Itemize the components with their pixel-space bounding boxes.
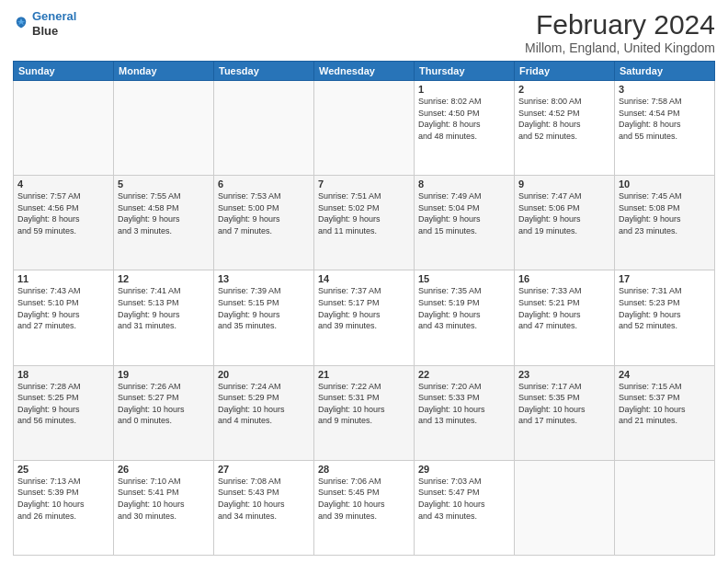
cell-week3-day3: 14Sunrise: 7:37 AM Sunset: 5:17 PM Dayli… [314,270,415,365]
col-tuesday: Tuesday [214,62,314,81]
col-thursday: Thursday [415,62,515,81]
week-row-1: 1Sunrise: 8:02 AM Sunset: 4:50 PM Daylig… [14,81,715,176]
logo-text: General Blue [32,9,76,38]
day-info: Sunrise: 7:39 AM Sunset: 5:15 PM Dayligh… [218,285,310,331]
day-number: 4 [17,178,109,190]
day-info: Sunrise: 7:26 AM Sunset: 5:27 PM Dayligh… [118,381,210,427]
day-info: Sunrise: 7:51 AM Sunset: 5:02 PM Dayligh… [318,190,410,236]
day-number: 20 [218,369,310,380]
day-info: Sunrise: 7:17 AM Sunset: 5:35 PM Dayligh… [518,381,610,427]
cell-week5-day2: 27Sunrise: 7:08 AM Sunset: 5:43 PM Dayli… [214,460,314,555]
day-number: 17 [619,273,711,284]
day-number: 12 [118,273,210,284]
day-number: 29 [418,464,510,475]
cell-week3-day2: 13Sunrise: 7:39 AM Sunset: 5:15 PM Dayli… [214,270,314,365]
location: Millom, England, United Kingdom [525,40,715,55]
day-info: Sunrise: 7:15 AM Sunset: 5:37 PM Dayligh… [619,381,711,427]
cell-week2-day2: 6Sunrise: 7:53 AM Sunset: 5:00 PM Daylig… [214,176,314,270]
logo-icon [13,16,29,32]
cell-week3-day0: 11Sunrise: 7:43 AM Sunset: 5:10 PM Dayli… [14,270,114,365]
cell-week3-day5: 16Sunrise: 7:33 AM Sunset: 5:21 PM Dayli… [515,270,615,365]
title-block: February 2024 Millom, England, United Ki… [525,9,715,55]
cell-week4-day6: 24Sunrise: 7:15 AM Sunset: 5:37 PM Dayli… [615,365,715,460]
cell-week3-day4: 15Sunrise: 7:35 AM Sunset: 5:19 PM Dayli… [415,270,515,365]
cell-week4-day0: 18Sunrise: 7:28 AM Sunset: 5:25 PM Dayli… [14,365,114,460]
day-number: 18 [17,369,109,380]
day-info: Sunrise: 7:28 AM Sunset: 5:25 PM Dayligh… [17,381,109,427]
col-monday: Monday [114,62,214,81]
week-row-5: 25Sunrise: 7:13 AM Sunset: 5:39 PM Dayli… [14,460,715,555]
logo: General Blue [13,9,76,38]
day-info: Sunrise: 7:43 AM Sunset: 5:10 PM Dayligh… [17,285,109,331]
day-number: 9 [518,178,610,190]
cell-week2-day4: 8Sunrise: 7:49 AM Sunset: 5:04 PM Daylig… [415,176,515,270]
cell-week2-day5: 9Sunrise: 7:47 AM Sunset: 5:06 PM Daylig… [515,176,615,270]
day-info: Sunrise: 7:35 AM Sunset: 5:19 PM Dayligh… [418,285,510,331]
page: General Blue February 2024 Millom, Engla… [0,0,728,563]
day-number: 1 [418,84,510,95]
day-info: Sunrise: 7:20 AM Sunset: 5:33 PM Dayligh… [418,381,510,427]
day-info: Sunrise: 7:08 AM Sunset: 5:43 PM Dayligh… [218,476,310,522]
day-number: 2 [518,84,610,95]
col-sunday: Sunday [14,62,114,81]
day-number: 19 [118,369,210,380]
day-number: 14 [318,273,410,284]
day-number: 27 [218,464,310,475]
calendar-table: Sunday Monday Tuesday Wednesday Thursday… [13,61,715,556]
header: General Blue February 2024 Millom, Engla… [13,9,715,55]
cell-week1-day3 [314,81,415,176]
week-row-3: 11Sunrise: 7:43 AM Sunset: 5:10 PM Dayli… [14,270,715,365]
week-row-4: 18Sunrise: 7:28 AM Sunset: 5:25 PM Dayli… [14,365,715,460]
day-number: 16 [518,273,610,284]
cell-week1-day1 [114,81,214,176]
day-number: 6 [218,178,310,190]
cell-week3-day6: 17Sunrise: 7:31 AM Sunset: 5:23 PM Dayli… [615,270,715,365]
day-number: 5 [118,178,210,190]
day-number: 8 [418,178,510,190]
month-title: February 2024 [525,9,715,40]
day-info: Sunrise: 7:31 AM Sunset: 5:23 PM Dayligh… [619,285,711,331]
day-info: Sunrise: 8:00 AM Sunset: 4:52 PM Dayligh… [518,96,610,142]
day-info: Sunrise: 7:33 AM Sunset: 5:21 PM Dayligh… [518,285,610,331]
day-info: Sunrise: 7:57 AM Sunset: 4:56 PM Dayligh… [17,190,109,236]
col-friday: Friday [515,62,615,81]
cell-week5-day0: 25Sunrise: 7:13 AM Sunset: 5:39 PM Dayli… [14,460,114,555]
day-info: Sunrise: 7:47 AM Sunset: 5:06 PM Dayligh… [518,190,610,236]
day-info: Sunrise: 7:37 AM Sunset: 5:17 PM Dayligh… [318,285,410,331]
cell-week4-day4: 22Sunrise: 7:20 AM Sunset: 5:33 PM Dayli… [415,365,515,460]
cell-week1-day2 [214,81,314,176]
cell-week2-day6: 10Sunrise: 7:45 AM Sunset: 5:08 PM Dayli… [615,176,715,270]
calendar-header-row: Sunday Monday Tuesday Wednesday Thursday… [14,62,715,81]
day-info: Sunrise: 7:41 AM Sunset: 5:13 PM Dayligh… [118,285,210,331]
day-number: 7 [318,178,410,190]
day-info: Sunrise: 7:55 AM Sunset: 4:58 PM Dayligh… [118,190,210,236]
day-number: 21 [318,369,410,380]
day-info: Sunrise: 7:13 AM Sunset: 5:39 PM Dayligh… [17,476,109,522]
cell-week2-day3: 7Sunrise: 7:51 AM Sunset: 5:02 PM Daylig… [314,176,415,270]
cell-week1-day0 [14,81,114,176]
cell-week5-day3: 28Sunrise: 7:06 AM Sunset: 5:45 PM Dayli… [314,460,415,555]
day-number: 23 [518,369,610,380]
day-info: Sunrise: 7:03 AM Sunset: 5:47 PM Dayligh… [418,476,510,522]
week-row-2: 4Sunrise: 7:57 AM Sunset: 4:56 PM Daylig… [14,176,715,270]
day-number: 11 [17,273,109,284]
day-info: Sunrise: 7:22 AM Sunset: 5:31 PM Dayligh… [318,381,410,427]
cell-week5-day5 [515,460,615,555]
day-number: 22 [418,369,510,380]
day-info: Sunrise: 7:49 AM Sunset: 5:04 PM Dayligh… [418,190,510,236]
cell-week5-day4: 29Sunrise: 7:03 AM Sunset: 5:47 PM Dayli… [415,460,515,555]
cell-week1-day6: 3Sunrise: 7:58 AM Sunset: 4:54 PM Daylig… [615,81,715,176]
cell-week4-day1: 19Sunrise: 7:26 AM Sunset: 5:27 PM Dayli… [114,365,214,460]
day-info: Sunrise: 7:53 AM Sunset: 5:00 PM Dayligh… [218,190,310,236]
cell-week2-day1: 5Sunrise: 7:55 AM Sunset: 4:58 PM Daylig… [114,176,214,270]
cell-week1-day5: 2Sunrise: 8:00 AM Sunset: 4:52 PM Daylig… [515,81,615,176]
day-number: 13 [218,273,310,284]
day-info: Sunrise: 7:24 AM Sunset: 5:29 PM Dayligh… [218,381,310,427]
day-info: Sunrise: 7:58 AM Sunset: 4:54 PM Dayligh… [619,96,711,142]
cell-week4-day5: 23Sunrise: 7:17 AM Sunset: 5:35 PM Dayli… [515,365,615,460]
cell-week4-day3: 21Sunrise: 7:22 AM Sunset: 5:31 PM Dayli… [314,365,415,460]
day-info: Sunrise: 7:45 AM Sunset: 5:08 PM Dayligh… [619,190,711,236]
day-info: Sunrise: 7:10 AM Sunset: 5:41 PM Dayligh… [118,476,210,522]
cell-week1-day4: 1Sunrise: 8:02 AM Sunset: 4:50 PM Daylig… [415,81,515,176]
day-number: 3 [619,84,711,95]
